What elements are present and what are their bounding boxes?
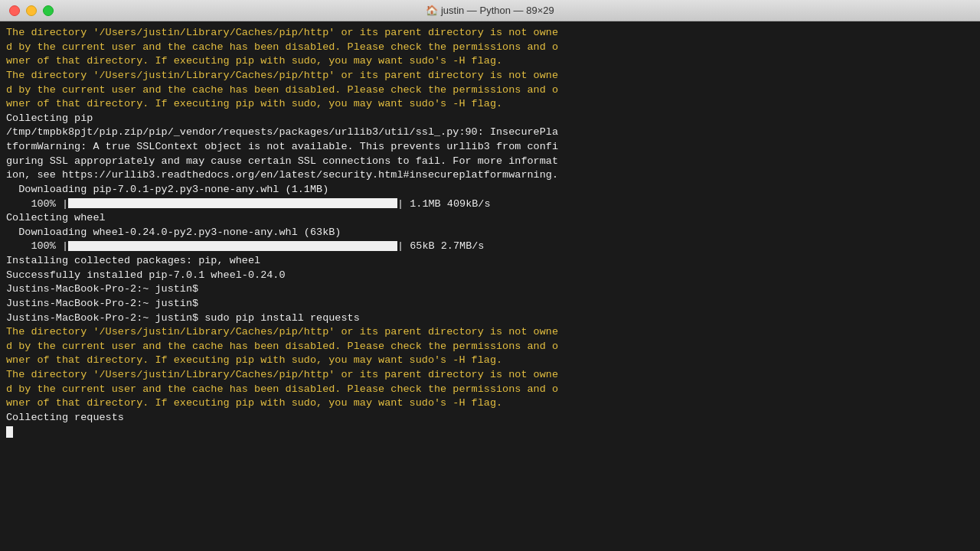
cursor — [6, 426, 13, 438]
terminal-line: d by the current user and the cache has … — [6, 83, 974, 98]
terminal-body[interactable]: The directory '/Users/justin/Library/Cac… — [0, 21, 980, 551]
window-title: 🏠 justin — Python — 89×29 — [426, 5, 554, 16]
terminal-line: wner of that directory. If executing pip… — [6, 396, 974, 411]
terminal-line: d by the current user and the cache has … — [6, 340, 974, 354]
terminal-line: wner of that directory. If executing pip… — [6, 354, 974, 368]
traffic-lights[interactable] — [9, 5, 54, 16]
terminal-line: Collecting wheel — [6, 211, 974, 226]
terminal-line: The directory '/Users/justin/Library/Cac… — [6, 325, 974, 340]
terminal-line: Successfully installed pip-7.0.1 wheel-0… — [6, 269, 974, 283]
close-button[interactable] — [9, 5, 20, 16]
terminal-line: Downloading pip-7.0.1-py2.py3-none-any.w… — [6, 183, 974, 197]
title-bar: 🏠 justin — Python — 89×29 — [0, 0, 980, 21]
terminal-line: Justins-MacBook-Pro-2:~ justin$ sudo pip… — [6, 311, 974, 326]
terminal-line: The directory '/Users/justin/Library/Cac… — [6, 368, 974, 383]
terminal-line: ion, see https://urllib3.readthedocs.org… — [6, 168, 974, 183]
terminal-line: Downloading wheel-0.24.0-py2.py3-none-an… — [6, 226, 974, 240]
terminal-line: Collecting requests — [6, 411, 974, 425]
progress-line: 100% | | 1.1MB 409kB/s — [6, 197, 974, 212]
terminal-line: Justins-MacBook-Pro-2:~ justin$ — [6, 297, 974, 311]
terminal-line: wner of that directory. If executing pip… — [6, 54, 974, 69]
maximize-button[interactable] — [43, 5, 54, 16]
terminal-line: guring SSL appropriately and may cause c… — [6, 155, 974, 169]
terminal-line: Justins-MacBook-Pro-2:~ justin$ — [6, 282, 974, 297]
terminal-line: d by the current user and the cache has … — [6, 41, 974, 55]
terminal-line: d by the current user and the cache has … — [6, 383, 974, 397]
terminal-line: The directory '/Users/justin/Library/Cac… — [6, 69, 974, 83]
terminal-line: tformWarning: A true SSLContext object i… — [6, 140, 974, 155]
terminal-line: Collecting pip — [6, 112, 974, 126]
minimize-button[interactable] — [26, 5, 37, 16]
terminal-line: The directory '/Users/justin/Library/Cac… — [6, 26, 974, 41]
progress-line: 100% | | 65kB 2.7MB/s — [6, 240, 974, 254]
terminal-line: wner of that directory. If executing pip… — [6, 97, 974, 112]
terminal-line: /tmp/tmpbk8pjt/pip.zip/pip/_vendor/reque… — [6, 126, 974, 140]
terminal-line: Installing collected packages: pip, whee… — [6, 254, 974, 269]
